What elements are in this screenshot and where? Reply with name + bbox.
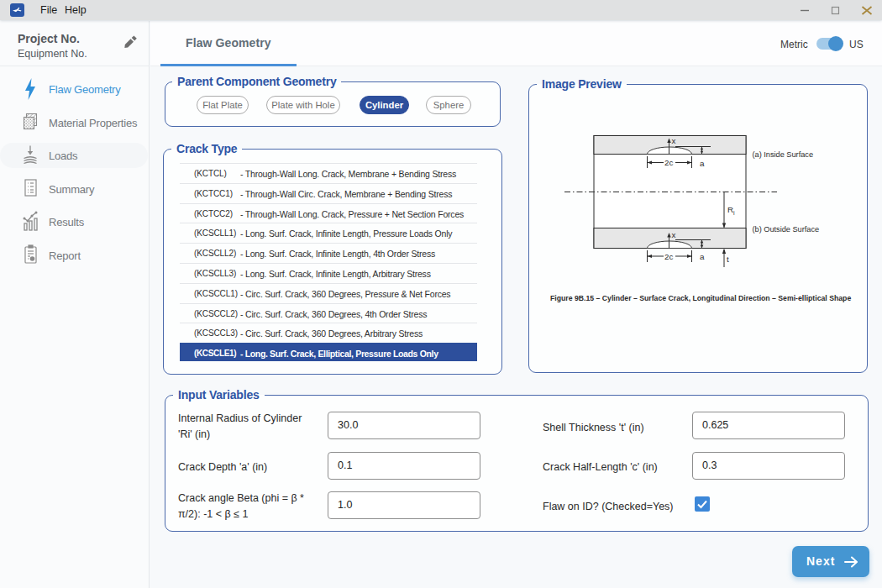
svg-text:a: a: [700, 159, 705, 168]
svg-text:x: x: [672, 230, 676, 239]
svg-text:2c: 2c: [664, 252, 673, 261]
svg-text:Figure 9B.15 – Cylinder – Surf: Figure 9B.15 – Cylinder – Surface Crack,…: [550, 294, 851, 302]
svg-text:(b) Outside Surface: (b) Outside Surface: [753, 225, 820, 234]
svg-text:a: a: [700, 252, 705, 261]
svg-text:x: x: [672, 136, 676, 145]
svg-text:(a) Inside Surface: (a) Inside Surface: [753, 150, 814, 159]
svg-text:t: t: [727, 255, 729, 264]
svg-text:2c: 2c: [664, 158, 673, 167]
